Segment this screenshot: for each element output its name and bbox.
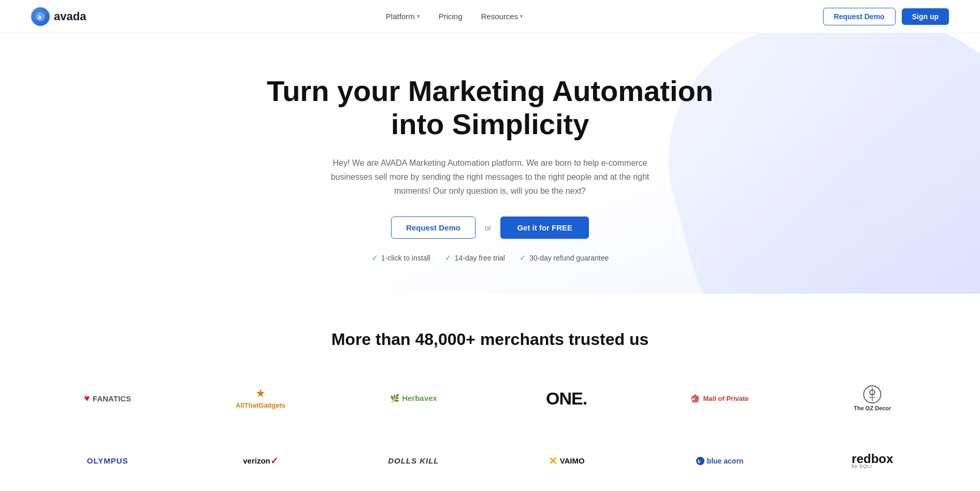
nav-links: Platform ▾ Pricing Resources ▾ [379, 8, 530, 25]
heart-icon: ♥ [84, 393, 90, 404]
hero-request-demo-button[interactable]: Request Demo [391, 216, 475, 239]
hero-or-text: or [485, 224, 491, 232]
navbar: a avada Platform ▾ Pricing Resources ▾ R… [0, 0, 980, 33]
trusted-logo-row-1: ♥ FANATICS AllThatGadgets 🌿 Herbavex ONE… [31, 375, 949, 422]
logo-fanatics: ♥ FANATICS [31, 383, 184, 414]
svg-text:M: M [692, 397, 695, 401]
hero-subtitle: Hey! We are AVADA Marketing Automation p… [319, 156, 661, 198]
hero-cta-button[interactable]: Get it for FREE [500, 216, 589, 239]
logo-text: avada [54, 10, 86, 23]
logo-olympus: OLYMPUS [31, 446, 184, 475]
trusted-logo-row-2: OLYMPUS verizon✓ DOLLS KILL ✕ VAIMO b bl… [31, 442, 949, 479]
svg-text:a: a [38, 13, 41, 21]
logo-allthatgadgets: AllThatGadgets [184, 378, 337, 420]
logo-verizon: verizon✓ [184, 445, 337, 477]
logo-icon: a [31, 7, 50, 26]
logo-ozdecor: The OZ Decor [796, 375, 949, 422]
logo-vaimo: ✕ VAIMO [490, 444, 643, 478]
check-refund-icon: ✓ [520, 253, 526, 263]
nav-resources[interactable]: Resources ▾ [474, 8, 531, 25]
vaimo-x-icon: ✕ [549, 455, 557, 467]
logo-mallofprivate: M Mall of Private [643, 383, 796, 414]
resources-chevron-icon: ▾ [520, 13, 523, 20]
nav-actions: Request Demo Sign up [823, 8, 949, 25]
check-install: ✓ 1-click to install [371, 253, 430, 263]
logo[interactable]: a avada [31, 7, 86, 26]
nav-signup-button[interactable]: Sign up [902, 8, 949, 25]
trusted-section: More than 48,000+ merchants trusted us ♥… [0, 294, 980, 491]
logo-blueacorn: b blue acorn [643, 446, 796, 476]
trusted-title: More than 48,000+ merchants trusted us [31, 330, 949, 349]
nav-request-demo-button[interactable]: Request Demo [823, 8, 896, 25]
check-trial-label: 14-day free trial [455, 254, 505, 262]
logo-one: ONE. [490, 378, 643, 419]
logo-redbox: redbox by SQLI [796, 442, 949, 479]
hero-section: Turn your Marketing Automation into Simp… [0, 33, 980, 294]
check-install-label: 1-click to install [381, 254, 430, 262]
hero-buttons: Request Demo or Get it for FREE [257, 216, 723, 239]
logo-herbavex: 🌿 Herbavex [337, 383, 490, 413]
nav-platform[interactable]: Platform ▾ [379, 8, 427, 25]
check-trial-icon: ✓ [445, 253, 452, 263]
hero-checks: ✓ 1-click to install ✓ 14-day free trial… [257, 253, 723, 263]
hero-content: Turn your Marketing Automation into Simp… [257, 75, 723, 263]
check-refund-label: 30-day refund guarantee [529, 254, 609, 262]
check-refund: ✓ 30-day refund guarantee [520, 253, 609, 263]
hero-title: Turn your Marketing Automation into Simp… [257, 75, 723, 141]
platform-chevron-icon: ▾ [417, 13, 420, 20]
verizon-check-icon: ✓ [270, 455, 278, 467]
check-install-icon: ✓ [371, 253, 378, 263]
check-trial: ✓ 14-day free trial [445, 253, 505, 263]
logo-dollskill: DOLLS KILL [337, 446, 490, 475]
svg-text:b: b [698, 459, 701, 464]
nav-pricing[interactable]: Pricing [431, 8, 470, 25]
